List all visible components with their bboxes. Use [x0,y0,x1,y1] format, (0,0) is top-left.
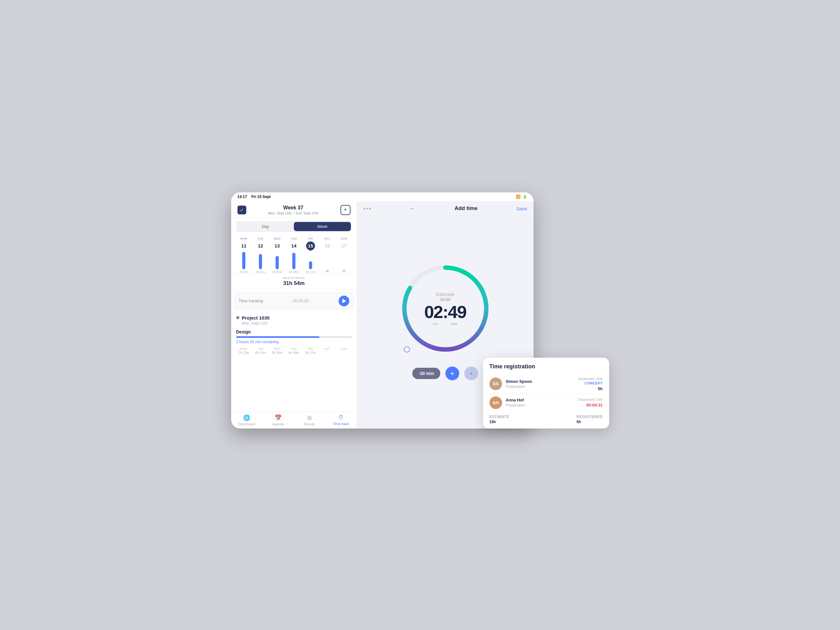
handle-dot[interactable] [404,346,410,353]
estimate-label: Estimate [424,291,466,296]
timer-time[interactable]: 02:49 [424,303,466,321]
battery-icon: 🔋 [523,195,527,199]
bar-time-wed: 5h 36m [272,271,282,274]
dot-2 [366,208,368,209]
minus-button[interactable]: -30 min [412,368,440,379]
bar-wed [276,256,279,269]
day-label-wed: WED [274,237,281,240]
checkbox-icon[interactable]: ✓ [237,206,246,214]
day-label-mon: MON [240,237,248,240]
time-registration-card: Time registration SS Simon Spoon Prepara… [483,358,609,428]
boards-icon: ⊞ [307,414,312,421]
mm-label: MM [452,322,458,326]
bar-fri [309,261,312,269]
dot-3 [369,208,371,209]
bar-col-sun [336,252,352,274]
registered-value: 31h 54m [234,280,354,287]
project-name: Project 1035 [242,315,270,321]
day-col-mon: MON 11 [236,237,252,250]
right-header: ← Add time Save [357,201,534,216]
week-info: Week 37 Mon. Sept 11th – Sun. Sept 17th [268,205,319,215]
day-num-thu[interactable]: 14 [289,241,298,250]
time-tracking-label: Time tracking [239,298,263,303]
tab-bar: 🌐 Dashboard 📅 Agenda ⊞ Boards ⏱ Time tra… [231,411,357,428]
dashboard-icon: 🌐 [243,414,250,421]
day-num-tue[interactable]: 12 [256,241,265,250]
hhmm-labels: HH MM [426,322,464,326]
entry-hours-simon: 5h [578,386,603,391]
entry-role-simon: Preparation [506,384,575,389]
bar-col-fri: 3h 17m [303,252,319,274]
footer-registered: REGISTERED 5h [576,415,603,424]
mini-col-sat: SAT [320,347,335,354]
save-button[interactable]: Save [516,206,527,211]
bar-sat [326,270,329,272]
mini-col-thu: THU 6h 48m [286,347,302,354]
design-section: Design 2 hours 43 min remaining MON 7h 1… [236,329,352,356]
mini-val-fri: 3h 17m [303,351,319,354]
controls-row: -30 min + + [412,367,478,380]
timer-center: Estimate 04:00 02:49 HH MM [424,291,466,326]
bar-time-tue: 6h 24m [256,271,265,274]
tab-week[interactable]: Week [294,222,351,231]
tab-dashboard[interactable]: 🌐 Dashboard [231,414,263,426]
bar-col-tue: 6h 24m [253,252,268,274]
mini-val-tue: 6h 24m [253,351,268,354]
day-col-sat: SAT 16 [320,237,335,250]
left-header: ✓ Week 37 Mon. Sept 11th – Sun. Sept 17t… [231,201,357,218]
timer-circle[interactable]: Estimate 04:00 02:49 HH MM [395,258,496,359]
time-tracking-value: 00:00:00 [293,298,309,303]
bar-time-thu: 6h 48m [289,271,298,274]
time-reg-entry-2: AH Anna Hof Preparation September 15th 0… [489,394,603,411]
day-num-wed[interactable]: 13 [273,241,281,250]
project-section: Project 1035 Mon, Sept 11th Design 2 hou… [231,313,357,411]
tab-day[interactable]: Day [237,222,294,231]
day-num-fri[interactable]: 15 [306,241,315,250]
add-icon[interactable]: + [341,205,351,215]
plus-button[interactable]: + [445,367,459,380]
day-num-sun[interactable]: 17 [339,241,348,250]
entry-date-anna: September 15th [578,398,603,402]
registered-label: REGISTERED [234,276,354,280]
week-subtitle: Mon. Sept 11th – Sun. Sept 17th [268,211,319,215]
bar-sun [343,270,346,272]
dot-1 [363,208,365,209]
status-bar: 14:17 Fri 15 Sept 📶 🔋 [231,192,534,201]
mini-val-mon: 7h 12m [236,351,252,354]
entry-right-anna: September 15th 00:04:31 [578,398,603,407]
time-tracking-row: Time tracking 00:00:00 [234,292,354,310]
bar-col-mon: 7h 12m [236,252,252,274]
play-button[interactable] [339,296,349,306]
back-button[interactable]: ← [409,205,416,212]
day-num-sat[interactable]: 16 [323,241,332,250]
tab-boards-label: Boards [304,422,315,426]
tab-timetrack-label: Time track [333,422,349,426]
bar-col-wed: 5h 36m [270,252,285,274]
tab-dashboard-label: Dashboard [238,422,255,426]
footer-registered-val: 5h [576,420,603,424]
day-col-thu: THU 14 [286,237,302,250]
third-button[interactable]: + [464,367,478,380]
right-title: Add time [455,205,477,211]
week-title: Week 37 [268,205,319,211]
day-col-wed: WED 13 [270,237,285,250]
mini-label-tue: TUE [253,347,268,350]
remaining-label: 2 hours 43 min remaining [236,340,352,344]
day-col-tue: TUE 12 [253,237,268,250]
tab-agenda[interactable]: 📅 Agenda [262,414,294,426]
footer-estimate-val: 15h [489,420,510,424]
footer-registered-label: REGISTERED [576,415,603,419]
tab-boards[interactable]: ⊞ Boards [294,414,325,426]
bar-time-fri: 3h 17m [306,271,315,274]
bar-col-sat [320,252,335,274]
mini-col-fri: FRI 3h 17m [303,347,319,354]
day-label-tue: TUE [257,237,264,240]
status-icons: 📶 🔋 [516,195,527,199]
mini-label-sat: SAT [320,347,335,350]
tab-timetrack[interactable]: ⏱ Time track [325,414,357,426]
agenda-icon: 📅 [275,414,281,421]
mini-col-tue: TUE 6h 24m [253,347,268,354]
day-num-mon[interactable]: 11 [239,241,248,250]
mini-label-mon: MON [236,347,252,350]
timetrack-icon: ⏱ [338,414,344,421]
